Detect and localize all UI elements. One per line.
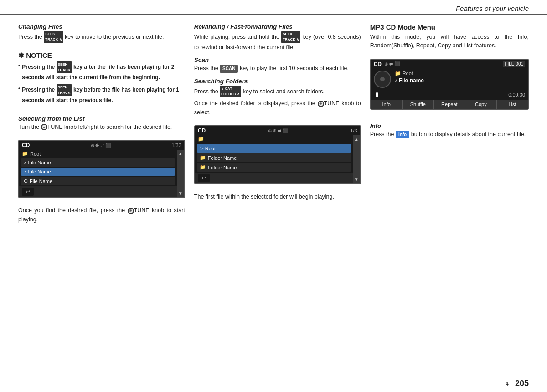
- scroll-bar-list: ▲ ▼: [177, 150, 184, 197]
- notice-item-1: • Pressing the SEEKTRACK key after the f…: [18, 61, 185, 81]
- seek-track-key-2: SEEKTRACK: [57, 61, 72, 73]
- cd-time: 0:00:30: [508, 92, 525, 97]
- folder-back: ↩: [195, 173, 353, 183]
- scroll-bar-folder: ▲ ▼: [353, 135, 360, 183]
- folder-icon-2: 📁: [200, 164, 206, 170]
- footer-section: 4: [506, 380, 509, 387]
- searching-body: Press the ∨ CATFOLDER ∧ key to select an…: [194, 86, 361, 98]
- scan-body: Press the SCAN key to play the first 10 …: [194, 64, 361, 73]
- seek-track-key-4: SEEKTRACK ∧: [281, 31, 300, 43]
- cd-label-folder: CD: [198, 127, 206, 134]
- folder-root-label: Root: [205, 146, 216, 151]
- col-left: Changing Files Press the SEEKTRACK ∧ key…: [18, 23, 185, 359]
- selecting-list-section: Selecting from the List Turn the ⊙TUNE k…: [18, 115, 185, 132]
- notice-item-2-text: Pressing the SEEKTRACK key before the fi…: [22, 84, 185, 104]
- cd-filename: ♪ File name: [395, 77, 525, 84]
- list-main: 📁 Root ♪ File Name ♪ File Name ⊙ File Na…: [19, 150, 177, 197]
- cd-btn-repeat[interactable]: Repeat: [434, 100, 465, 109]
- searching-title: Searching Folders: [194, 78, 361, 85]
- scroll-up-list[interactable]: ▲: [178, 151, 183, 156]
- scroll-up-folder[interactable]: ▲: [354, 137, 359, 142]
- folder-header: CD ⊕ ❋ ⇌ ⬛ 1/3: [195, 126, 360, 135]
- cd-btn-shuffle[interactable]: Shuffle: [403, 100, 434, 109]
- folder-play-icon: ▷: [200, 145, 203, 151]
- cd-screen-icons: ⊕ ⇌ ⬛: [384, 61, 400, 66]
- rewinding-body: While playing, press and hold the SEEKTR…: [194, 31, 361, 52]
- back-button[interactable]: ↩: [22, 188, 34, 196]
- searching-body2: Once the desired folder is displayed, pr…: [194, 99, 361, 117]
- cd-label-list: CD: [22, 142, 30, 148]
- music-icon: ♪: [395, 77, 397, 84]
- folder-name-1: Folder Name: [208, 155, 237, 161]
- folder-item-1: 📁 Folder Name: [197, 153, 351, 162]
- notice-item-2: • Pressing the SEEKTRACK key before the …: [18, 84, 185, 104]
- mp3-menu-title: MP3 CD Mode Menu: [370, 23, 529, 31]
- cd-label-main: CD: [374, 61, 382, 67]
- cd-info: 📁 Root ♪ File name: [395, 71, 525, 88]
- seek-track-key-1: SEEKTRACK ∧: [44, 31, 63, 43]
- tune-knob-3: ⊙: [318, 101, 324, 107]
- info-section: Info Press the Info button to display de…: [370, 122, 529, 139]
- cd-folder-label: 📁 Root: [395, 71, 525, 76]
- changing-files-section: Changing Files Press the SEEKTRACK ∧ key…: [18, 23, 185, 43]
- main-content: Changing Files Press the SEEKTRACK ∧ key…: [0, 15, 547, 364]
- folder-icon-1: 📁: [200, 155, 206, 161]
- info-key[interactable]: Info: [396, 131, 409, 139]
- bullet-1: •: [18, 61, 20, 81]
- folder-screen: CD ⊕ ❋ ⇌ ⬛ 1/3 📁 ▷ Root 📁 Folder Name: [194, 125, 361, 184]
- info-title: Info: [370, 122, 529, 129]
- cd-pause-icon: ⏸: [374, 91, 380, 98]
- cd-btn-copy[interactable]: Copy: [465, 100, 497, 109]
- footer-page-number: 205: [511, 379, 529, 388]
- folder-name-2: Folder Name: [208, 165, 237, 170]
- file-name-1: File Name: [28, 160, 51, 165]
- cd-file-number: FILE 001: [503, 61, 525, 67]
- list-wrapper: 📁 Root ♪ File Name ♪ File Name ⊙ File Na…: [19, 150, 184, 197]
- cd-icons-folder: ⊕ ❋ ⇌ ⬛: [268, 128, 288, 133]
- scroll-down-list[interactable]: ▼: [178, 191, 183, 196]
- footer-page: 4 205: [506, 379, 529, 388]
- list-back: ↩: [19, 186, 177, 197]
- notice-header: ✽ NOTICE: [18, 51, 185, 60]
- list-item-2: ♪ File Name: [21, 168, 175, 176]
- folder-wrapper: 📁 ▷ Root 📁 Folder Name 📁 Folder Name: [195, 135, 360, 183]
- notice-item-1-text: Pressing the SEEKTRACK key after the fil…: [22, 61, 185, 81]
- list-bottom-text: Once you find the desired file, press th…: [18, 206, 185, 224]
- tune-knob-1: ⊙: [41, 124, 47, 130]
- scan-section: Scan Press the SCAN key to play the firs…: [194, 56, 361, 73]
- file-icon-1: ♪: [24, 160, 26, 165]
- page-header: Features of your vehicle: [0, 0, 547, 15]
- changing-files-title: Changing Files: [18, 23, 185, 30]
- scroll-down-folder[interactable]: ▼: [354, 177, 359, 182]
- cd-icons-list: ⊕ ❋ ⇌ ⬛: [91, 143, 111, 148]
- cd-screen: CD ⊕ ⇌ ⬛ FILE 001 📁 Root ♪ File name: [370, 59, 529, 110]
- cd-body: 📁 Root ♪ File name: [371, 69, 528, 90]
- list-screen: CD ⊕ ❋ ⇌ ⬛ 1/33 📁 Root ♪ File Name ♪: [18, 140, 185, 198]
- list-header: CD ⊕ ❋ ⇌ ⬛ 1/33: [19, 141, 184, 150]
- list-counter: 1/33: [171, 143, 181, 148]
- scan-key: SCAN: [220, 65, 238, 73]
- file-name-3: File Name: [30, 178, 52, 184]
- folder-main: 📁 ▷ Root 📁 Folder Name 📁 Folder Name: [195, 135, 353, 183]
- list-path: 📁 Root: [19, 150, 177, 158]
- cd-buttons-bar: Info Shuffle Repeat Copy List: [371, 100, 528, 109]
- col-mid: Rewinding / Fast-forwarding Files While …: [194, 23, 361, 359]
- folder-icon-main: 📁: [395, 71, 401, 76]
- cd-screen-header: CD ⊕ ⇌ ⬛ FILE 001: [371, 60, 528, 69]
- notice-section: ✽ NOTICE • Pressing the SEEKTRACK key af…: [18, 51, 185, 107]
- info-body: Press the Info button to display details…: [370, 130, 529, 139]
- cd-btn-list[interactable]: List: [497, 100, 528, 109]
- file-name-2: File Name: [28, 169, 51, 174]
- folder-bottom-text: The first file within the selected folde…: [194, 193, 361, 201]
- folder-path: 📁: [195, 135, 353, 143]
- folder-back-button[interactable]: ↩: [198, 174, 210, 182]
- cd-controls: ⏸ 0:00:30: [371, 90, 528, 100]
- mp3-menu-section: MP3 CD Mode Menu Within this mode, you w…: [370, 23, 529, 51]
- cd-btn-info[interactable]: Info: [371, 100, 403, 109]
- list-item-1: ♪ File Name: [21, 158, 175, 167]
- seek-track-key-3: SEEKTRACK: [57, 84, 72, 96]
- col-right: MP3 CD Mode Menu Within this mode, you w…: [370, 23, 529, 359]
- rewinding-title: Rewinding / Fast-forwarding Files: [194, 23, 361, 30]
- selecting-list-title: Selecting from the List: [18, 115, 185, 122]
- cat-folder-key: ∨ CATFOLDER ∧: [220, 86, 241, 98]
